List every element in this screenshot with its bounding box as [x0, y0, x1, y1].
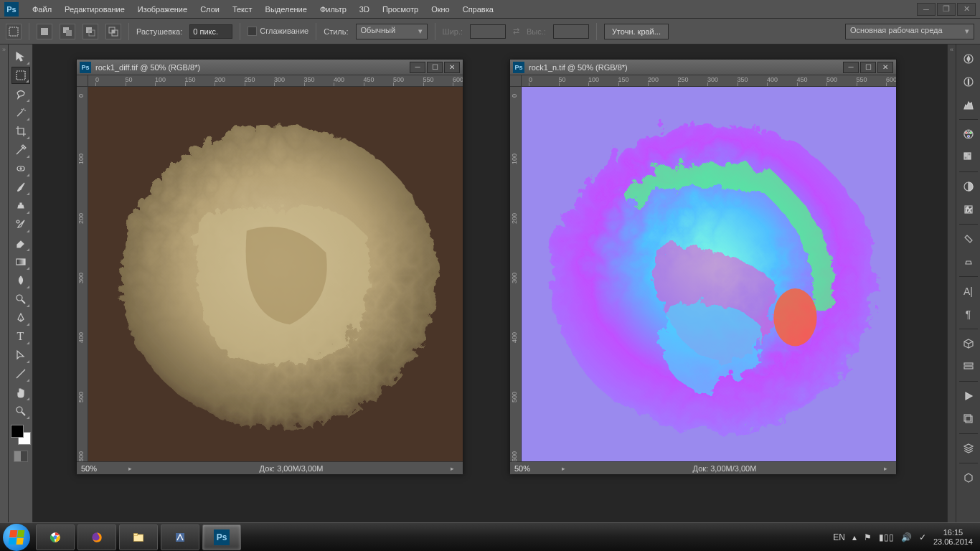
menu-select[interactable]: Выделение: [259, 0, 314, 19]
toolbar-expand[interactable]: »: [0, 44, 9, 522]
navigator-panel-icon[interactable]: [958, 49, 979, 69]
doc1-minimize-button[interactable]: ─: [410, 62, 425, 73]
3d-panel-icon[interactable]: [958, 334, 979, 354]
menu-file[interactable]: Файл: [26, 0, 58, 19]
window-minimize-button[interactable]: ─: [917, 3, 936, 16]
actions-panel-icon[interactable]: [958, 386, 979, 406]
taskbar-clock[interactable]: 16:15 23.06.2014: [933, 528, 973, 547]
lasso-tool[interactable]: [11, 85, 30, 103]
layers-panel-icon[interactable]: [958, 438, 979, 458]
document-1-canvas[interactable]: [88, 87, 463, 461]
brush-tool[interactable]: [11, 179, 30, 196]
workspace-select[interactable]: Основная рабочая среда: [845, 24, 974, 39]
action-center-icon[interactable]: ✓: [919, 532, 926, 542]
brushes-panel-icon[interactable]: [958, 229, 979, 249]
swatches-panel-icon[interactable]: [958, 147, 979, 167]
path-selection-tool[interactable]: [11, 347, 30, 364]
eyedropper-tool[interactable]: [11, 141, 30, 159]
marquee-tool[interactable]: [11, 67, 30, 84]
zoom-tool[interactable]: [11, 402, 30, 420]
menu-edit[interactable]: Редактирование: [58, 0, 131, 19]
line-tool[interactable]: [11, 365, 30, 382]
network-icon[interactable]: ▮▯▯: [879, 532, 894, 542]
taskbar-chrome[interactable]: [36, 524, 75, 550]
hand-tool[interactable]: [11, 384, 30, 401]
ruler-vertical[interactable]: 0100200300400500600: [77, 87, 88, 461]
chevron-right-icon[interactable]: ▸: [124, 465, 136, 472]
move-tool[interactable]: [11, 48, 30, 65]
window-restore-button[interactable]: ❐: [937, 3, 956, 16]
quick-mask-toggle[interactable]: [14, 451, 28, 462]
document-1-titlebar[interactable]: Ps rock1_diff.tif @ 50% (RGB/8*) ─ ☐ ✕: [77, 60, 463, 75]
doc1-close-button[interactable]: ✕: [444, 62, 460, 73]
selection-intersect-icon[interactable]: [105, 24, 121, 39]
chevron-right-icon[interactable]: ▸: [557, 465, 570, 472]
channels-panel-icon[interactable]: [958, 468, 979, 488]
taskbar-app[interactable]: [161, 524, 199, 550]
doc1-zoom[interactable]: 50%: [81, 464, 124, 473]
menu-3d[interactable]: 3D: [353, 0, 376, 19]
flag-icon[interactable]: ⚑: [864, 532, 872, 542]
foreground-color-swatch[interactable]: [11, 425, 24, 438]
clone-source-panel-icon[interactable]: [958, 252, 979, 272]
ruler-horizontal[interactable]: 050100150200250300350400450500550600: [522, 75, 896, 87]
menu-image[interactable]: Изображение: [131, 0, 194, 19]
chevron-right-icon[interactable]: ▸: [880, 465, 892, 472]
ruler-vertical[interactable]: 0100200300400500600: [510, 87, 522, 461]
start-button[interactable]: [3, 524, 30, 551]
history-brush-tool[interactable]: [11, 216, 30, 233]
doc1-maximize-button[interactable]: ☐: [427, 62, 443, 73]
character-panel-icon[interactable]: A|: [958, 281, 979, 301]
chevron-right-icon[interactable]: ▸: [446, 465, 458, 472]
color-panel-icon[interactable]: [958, 124, 979, 144]
crop-tool[interactable]: [11, 123, 30, 140]
paragraph-panel-icon[interactable]: ¶: [958, 304, 979, 324]
styles-panel-icon[interactable]: fx: [958, 199, 979, 220]
document-2-titlebar[interactable]: Ps rock1_n.tif @ 50% (RGB/8*) ─ ☐ ✕: [510, 60, 896, 75]
selection-new-icon[interactable]: [37, 24, 52, 39]
menu-help[interactable]: Справка: [456, 0, 500, 19]
document-window-1[interactable]: Ps rock1_diff.tif @ 50% (RGB/8*) ─ ☐ ✕ 0…: [76, 59, 463, 474]
tool-preset-icon[interactable]: [6, 24, 22, 39]
dodge-tool[interactable]: [11, 291, 30, 308]
color-swatches[interactable]: [11, 425, 31, 445]
tray-chevron-icon[interactable]: ▴: [852, 532, 857, 542]
style-select[interactable]: Обычный: [356, 24, 428, 39]
history-panel-icon[interactable]: [958, 409, 979, 429]
language-indicator[interactable]: EN: [833, 532, 845, 542]
healing-brush-tool[interactable]: [11, 160, 30, 177]
magic-wand-tool[interactable]: [11, 104, 30, 121]
taskbar-photoshop[interactable]: Ps: [202, 524, 241, 550]
menu-view[interactable]: Просмотр: [376, 0, 425, 19]
refine-edge-button[interactable]: Уточн. край...: [604, 24, 669, 39]
doc2-maximize-button[interactable]: ☐: [860, 62, 876, 73]
window-close-button[interactable]: ✕: [957, 3, 976, 16]
panels-expand[interactable]: «: [947, 44, 956, 522]
type-tool[interactable]: T: [11, 328, 30, 345]
gradient-tool[interactable]: [11, 253, 30, 270]
selection-add-icon[interactable]: [60, 24, 75, 39]
properties-panel-icon[interactable]: [958, 357, 979, 377]
document-2-canvas[interactable]: [522, 87, 896, 461]
doc2-minimize-button[interactable]: ─: [843, 62, 859, 73]
adjustments-panel-icon[interactable]: [958, 176, 979, 197]
taskbar-explorer[interactable]: [119, 524, 158, 550]
blur-tool[interactable]: [11, 272, 30, 289]
eraser-tool[interactable]: [11, 235, 30, 252]
menu-window[interactable]: Окно: [425, 0, 456, 19]
feather-input[interactable]: [189, 24, 232, 39]
volume-icon[interactable]: 🔊: [901, 532, 912, 542]
menu-filter[interactable]: Фильтр: [314, 0, 353, 19]
doc2-zoom[interactable]: 50%: [514, 464, 557, 473]
clone-stamp-tool[interactable]: [11, 197, 30, 215]
taskbar-firefox[interactable]: [77, 524, 116, 550]
ruler-horizontal[interactable]: 050100150200250300350400450500550600: [88, 75, 463, 87]
selection-subtract-icon[interactable]: [83, 24, 98, 39]
histogram-panel-icon[interactable]: [958, 95, 979, 115]
document-window-2[interactable]: Ps rock1_n.tif @ 50% (RGB/8*) ─ ☐ ✕ 0501…: [509, 59, 897, 474]
menu-text[interactable]: Текст: [226, 0, 259, 19]
info-panel-icon[interactable]: i: [958, 72, 979, 92]
pen-tool[interactable]: [11, 309, 30, 326]
doc2-close-button[interactable]: ✕: [877, 62, 893, 73]
menu-layers[interactable]: Слои: [194, 0, 226, 19]
